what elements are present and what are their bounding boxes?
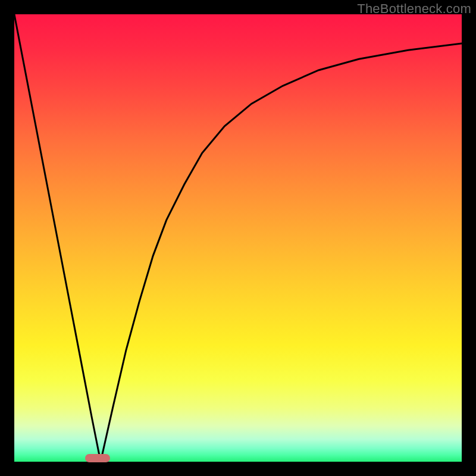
optimum-marker <box>85 454 110 462</box>
bottleneck-curve <box>14 14 462 462</box>
watermark-text: TheBottleneck.com <box>357 1 471 17</box>
chart-frame <box>14 14 462 462</box>
